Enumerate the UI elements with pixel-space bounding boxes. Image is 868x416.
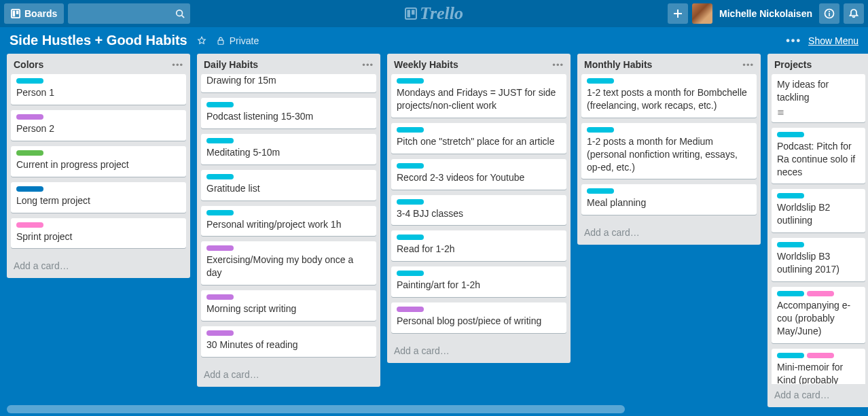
label-cyan[interactable]: [587, 188, 614, 194]
label-cyan[interactable]: [777, 193, 804, 198]
visibility-button[interactable]: Private: [216, 35, 259, 46]
label-cyan[interactable]: [397, 78, 424, 84]
card[interactable]: Exercising/Moving my body once a day: [201, 241, 376, 285]
card[interactable]: Long term project: [11, 182, 186, 213]
list-cards[interactable]: 1-2 text posts a month for Bombchelle (f…: [577, 73, 761, 222]
add-card-button[interactable]: Add a card…: [197, 364, 380, 387]
star-button[interactable]: [197, 36, 206, 46]
svg-rect-6: [407, 10, 410, 18]
label-purple[interactable]: [16, 114, 43, 120]
create-button[interactable]: [668, 3, 688, 24]
card-title: Long term project: [16, 194, 181, 207]
add-card-button[interactable]: Add a card…: [7, 255, 190, 278]
card[interactable]: Morning script writing: [201, 290, 376, 321]
label-pink[interactable]: [807, 291, 834, 296]
label-purple[interactable]: [206, 294, 234, 300]
add-card-button[interactable]: Add a card…: [577, 222, 761, 245]
card-labels: [587, 127, 751, 133]
board-canvas[interactable]: Colors•••Person 1Person 2Current in prog…: [0, 54, 868, 407]
card[interactable]: Podcast listening 15-30m: [201, 98, 376, 128]
list-menu-button[interactable]: •••: [362, 60, 374, 70]
list-menu-button[interactable]: •••: [742, 60, 754, 70]
boards-button[interactable]: Boards: [4, 3, 64, 24]
card[interactable]: Drawing for 15m: [201, 74, 376, 92]
card[interactable]: Meal planning: [581, 184, 757, 215]
list-title[interactable]: Colors: [14, 59, 43, 70]
label-cyan[interactable]: [206, 102, 234, 107]
add-card-button[interactable]: Add a card…: [387, 340, 571, 363]
card[interactable]: 3-4 BJJ classes: [391, 195, 566, 226]
card[interactable]: Painting/art for 1-2h: [391, 266, 566, 297]
label-purple[interactable]: [397, 307, 424, 312]
list-cards[interactable]: Drawing for 15mPodcast listening 15-30mM…: [197, 73, 380, 364]
list-menu-button[interactable]: •••: [172, 60, 183, 70]
card[interactable]: Accompanying e-cou (probably May/June): [772, 287, 865, 343]
label-pink[interactable]: [16, 222, 43, 228]
list-title[interactable]: Daily Habits: [204, 59, 258, 70]
label-purple[interactable]: [206, 245, 234, 251]
card[interactable]: Current in progress project: [11, 146, 186, 177]
list-menu-button[interactable]: •••: [552, 60, 564, 70]
label-cyan[interactable]: [206, 174, 234, 179]
list-title[interactable]: Projects: [774, 59, 812, 70]
label-green[interactable]: [16, 150, 43, 156]
label-purple[interactable]: [206, 330, 234, 336]
show-menu-button[interactable]: Show Menu: [808, 35, 858, 46]
label-cyan[interactable]: [777, 242, 804, 247]
svg-point-9: [829, 11, 830, 12]
card-title: Personal blog post/piece of writing: [397, 315, 561, 328]
card[interactable]: Personal writing/project work 1h: [201, 206, 376, 237]
card[interactable]: Read for 1-2h: [391, 230, 566, 261]
label-cyan[interactable]: [587, 78, 614, 84]
ellipsis-icon[interactable]: •••: [786, 35, 801, 47]
card[interactable]: Worldslip B3 outlining 2017): [772, 238, 865, 281]
card[interactable]: Record 2-3 videos for Youtube: [391, 159, 566, 190]
card[interactable]: Mini-memoir for Kind (probably June/July…: [772, 349, 865, 384]
label-cyan[interactable]: [587, 127, 614, 133]
card[interactable]: Gratitude list: [201, 170, 376, 201]
label-cyan[interactable]: [206, 210, 234, 215]
card[interactable]: Podcast: Pitch for Ra continue solo if n…: [772, 128, 865, 184]
label-cyan[interactable]: [397, 199, 424, 205]
label-cyan[interactable]: [16, 78, 43, 84]
label-cyan[interactable]: [397, 163, 424, 169]
list-cards[interactable]: Mondays and Fridays = JUST for side proj…: [387, 73, 571, 340]
label-cyan[interactable]: [777, 353, 804, 358]
info-button[interactable]: [819, 3, 839, 24]
board-name[interactable]: Side Hustles + Good Habits: [10, 33, 187, 48]
add-card-button[interactable]: Add a card…: [767, 384, 868, 407]
avatar[interactable]: [692, 3, 712, 24]
card[interactable]: Sprint project: [11, 218, 186, 249]
label-cyan[interactable]: [777, 291, 804, 296]
label-cyan[interactable]: [777, 132, 804, 137]
card[interactable]: Person 2: [11, 110, 186, 141]
label-pink[interactable]: [807, 353, 834, 358]
card[interactable]: Meditating 5-10m: [201, 134, 376, 164]
list-cards[interactable]: Person 1Person 2Current in progress proj…: [7, 73, 190, 255]
horizontal-scrollbar[interactable]: [7, 405, 625, 413]
card[interactable]: Pitch one "stretch" place for an article: [391, 123, 566, 154]
card[interactable]: Personal blog post/piece of writing: [391, 302, 566, 333]
card-labels: [397, 199, 561, 205]
card[interactable]: Mondays and Fridays = JUST for side proj…: [391, 74, 566, 118]
list-cards[interactable]: My ideas for tackling≣Podcast: Pitch for…: [767, 73, 868, 384]
label-cyan[interactable]: [397, 127, 424, 133]
card-labels: [16, 186, 181, 192]
card-labels: [587, 78, 751, 84]
card[interactable]: Person 1: [11, 74, 186, 105]
label-cyan[interactable]: [397, 235, 424, 240]
label-cyan[interactable]: [397, 271, 424, 276]
card[interactable]: Worldslip B2 outlining: [772, 189, 865, 232]
card[interactable]: 1-2 posts a month for Medium (personal n…: [581, 123, 757, 179]
search-input[interactable]: [68, 3, 190, 24]
username[interactable]: Michelle Nickolaisen: [717, 8, 815, 19]
label-blue[interactable]: [16, 186, 43, 192]
list-title[interactable]: Weekly Habits: [394, 59, 458, 70]
card[interactable]: 30 Minutes of reading: [201, 326, 376, 357]
card[interactable]: My ideas for tackling≣: [772, 74, 865, 122]
label-cyan[interactable]: [206, 138, 234, 143]
card[interactable]: 1-2 text posts a month for Bombchelle (f…: [581, 74, 757, 118]
list-title[interactable]: Monthly Habits: [584, 59, 652, 70]
notifications-button[interactable]: [844, 3, 864, 24]
trello-logo[interactable]: Trello: [405, 3, 463, 24]
